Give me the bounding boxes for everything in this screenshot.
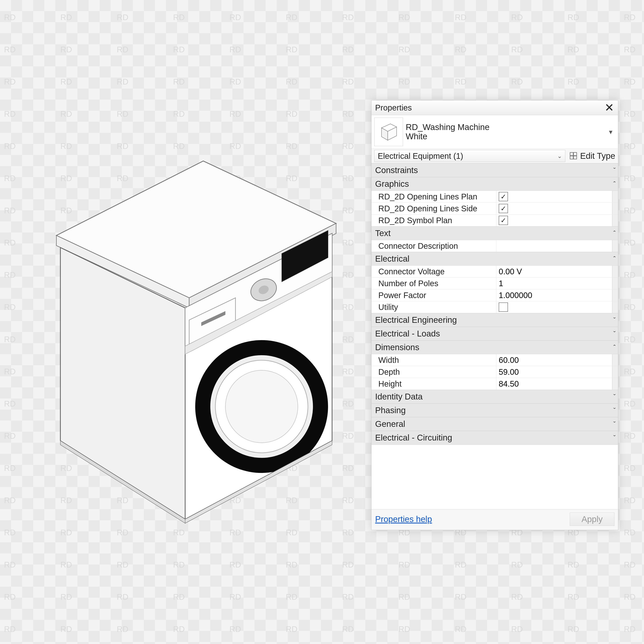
grip-icon — [612, 266, 618, 277]
family-thumbnail — [374, 118, 403, 146]
chevron-expand-icon: ˇ — [613, 393, 616, 401]
type-name: White — [406, 132, 603, 141]
group-header-electrical-loads[interactable]: Electrical - Loads ˇ — [372, 327, 618, 341]
panel-title: Properties — [375, 103, 412, 112]
grip-icon — [612, 366, 618, 378]
family-type-labels: RD_Washing Machine White — [406, 123, 603, 141]
prop-value-input[interactable] — [498, 291, 610, 300]
prop-label: Width — [372, 354, 496, 366]
group-label: Phasing — [375, 406, 406, 415]
svg-rect-23 — [570, 156, 573, 159]
group-label: Identity Data — [375, 392, 423, 401]
prop-value-input[interactable] — [498, 379, 610, 389]
prop-value-input[interactable] — [498, 279, 610, 288]
checkbox[interactable]: ✓ — [499, 216, 508, 225]
svg-rect-22 — [574, 153, 577, 156]
grip-icon — [612, 289, 618, 301]
chevron-collapse-icon: ˆ — [613, 229, 616, 237]
prop-row: Power Factor — [372, 289, 618, 301]
grip-icon — [612, 378, 618, 390]
group-header-dimensions[interactable]: Dimensions ˆ — [372, 341, 618, 354]
group-header-electrical[interactable]: Electrical ˆ — [372, 252, 618, 266]
edit-type-icon — [569, 151, 578, 161]
svg-rect-21 — [570, 153, 573, 156]
prop-row: RD_2D Symbol Plan ✓ — [372, 215, 618, 226]
grid-blank-area — [372, 445, 618, 509]
edit-type-button[interactable]: Edit Type — [568, 150, 616, 162]
prop-row: RD_2D Opening Lines Plan ✓ — [372, 191, 618, 203]
group-header-graphics[interactable]: Graphics ˆ — [372, 177, 618, 191]
prop-label: Connector Description — [372, 240, 496, 252]
grip-icon — [612, 354, 618, 366]
group-header-general[interactable]: General ˇ — [372, 417, 618, 431]
prop-row: Connector Description — [372, 240, 618, 252]
grip-icon — [612, 215, 618, 226]
chevron-expand-icon: ˇ — [613, 434, 616, 442]
prop-label: Height — [372, 378, 496, 390]
group-header-text[interactable]: Text ˆ — [372, 226, 618, 240]
prop-row: Width — [372, 354, 618, 366]
group-label: Dimensions — [375, 343, 419, 352]
group-header-electrical-circuiting[interactable]: Electrical - Circuiting ˇ — [372, 431, 618, 445]
group-label: Electrical - Circuiting — [375, 433, 452, 443]
grip-icon — [612, 203, 618, 214]
checkbox[interactable] — [499, 302, 508, 312]
checkbox[interactable]: ✓ — [499, 192, 508, 201]
group-label: Text — [375, 228, 391, 238]
type-selector-header[interactable]: RD_Washing Machine White ▾ — [372, 115, 618, 149]
checkbox[interactable]: ✓ — [499, 204, 508, 213]
prop-value-input[interactable] — [498, 241, 610, 251]
close-icon[interactable]: ✕ — [603, 102, 616, 113]
prop-row: RD_2D Opening Lines Side ✓ — [372, 203, 618, 215]
chevron-collapse-icon: ˆ — [613, 344, 616, 351]
family-name: RD_Washing Machine — [406, 123, 603, 132]
chevron-collapse-icon: ˆ — [613, 255, 616, 263]
chevron-expand-icon: ˇ — [613, 420, 616, 428]
category-selector[interactable]: Electrical Equipment (1) ⌄ — [374, 150, 565, 162]
prop-row: Utility — [372, 301, 618, 313]
prop-value-input[interactable] — [498, 267, 610, 276]
chevron-down-icon[interactable]: ▾ — [606, 126, 615, 137]
properties-grid: Constraints ˇ Graphics ˆ RD_2D Opening L… — [372, 163, 618, 509]
prop-row: Height — [372, 378, 618, 390]
prop-label: RD_2D Opening Lines Plan — [372, 191, 496, 202]
edit-type-label: Edit Type — [580, 151, 615, 161]
panel-footer: Properties help Apply — [372, 509, 618, 530]
group-header-identity-data[interactable]: Identity Data ˇ — [372, 390, 618, 404]
prop-label: Utility — [372, 301, 496, 313]
group-label: Constraints — [375, 165, 418, 175]
apply-label: Apply — [581, 514, 603, 524]
properties-panel: Properties ✕ RD_Washing Machine White ▾ … — [371, 100, 618, 530]
prop-label: RD_2D Opening Lines Side — [372, 203, 496, 214]
grip-icon — [612, 301, 618, 313]
prop-label: Number of Poles — [372, 278, 496, 289]
prop-row: Connector Voltage — [372, 266, 618, 278]
apply-button[interactable]: Apply — [570, 513, 614, 526]
chevron-expand-icon: ˇ — [613, 166, 616, 174]
prop-label: Power Factor — [372, 289, 496, 301]
prop-value-input[interactable] — [498, 355, 610, 365]
chevron-expand-icon: ˇ — [613, 330, 616, 338]
group-header-phasing[interactable]: Phasing ˇ — [372, 404, 618, 417]
group-label: General — [375, 419, 405, 429]
chevron-down-icon: ⌄ — [557, 153, 562, 159]
prop-label: RD_2D Symbol Plan — [372, 215, 496, 226]
group-label: Electrical — [375, 254, 409, 264]
chevron-expand-icon: ˇ — [613, 407, 616, 414]
prop-label: Depth — [372, 366, 496, 378]
prop-row: Depth — [372, 366, 618, 378]
category-selector-label: Electrical Equipment (1) — [378, 152, 463, 161]
chevron-expand-icon: ˇ — [613, 316, 616, 324]
properties-help-link[interactable]: Properties help — [375, 514, 432, 524]
prop-label: Connector Voltage — [372, 266, 496, 277]
svg-rect-24 — [574, 156, 577, 159]
group-label: Graphics — [375, 179, 409, 189]
grip-icon — [612, 240, 618, 252]
group-header-constraints[interactable]: Constraints ˇ — [372, 163, 618, 177]
properties-titlebar[interactable]: Properties ✕ — [372, 100, 618, 115]
chevron-collapse-icon: ˆ — [613, 180, 616, 188]
prop-value-input[interactable] — [498, 367, 610, 377]
group-header-electrical-engineering[interactable]: Electrical Engineering ˇ — [372, 313, 618, 327]
grip-icon — [612, 191, 618, 202]
prop-row: Number of Poles — [372, 278, 618, 289]
